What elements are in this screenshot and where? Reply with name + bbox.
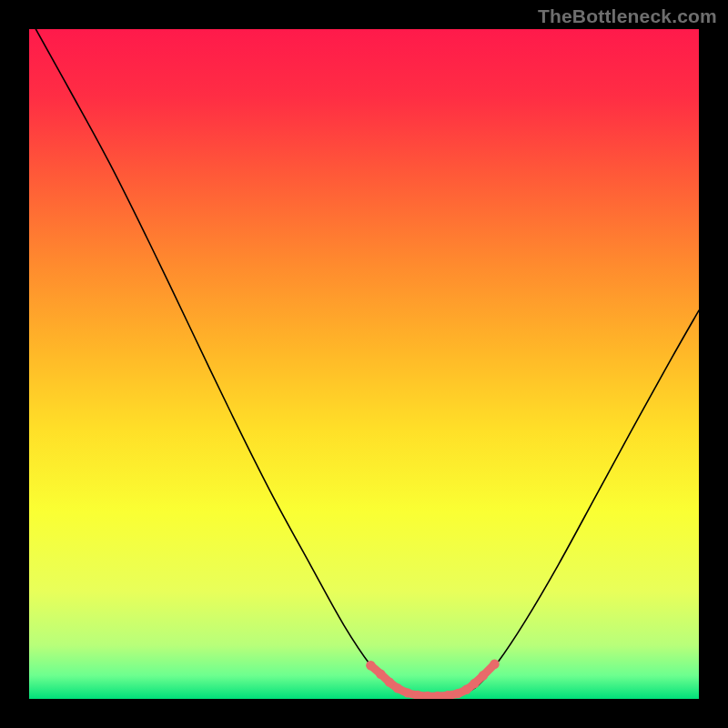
plot-area [29, 29, 699, 699]
bottleneck-curve-chart [29, 29, 699, 699]
watermark-text: TheBottleneck.com [538, 5, 717, 27]
chart-background [29, 29, 699, 699]
chart-frame: TheBottleneck.com [0, 0, 728, 728]
